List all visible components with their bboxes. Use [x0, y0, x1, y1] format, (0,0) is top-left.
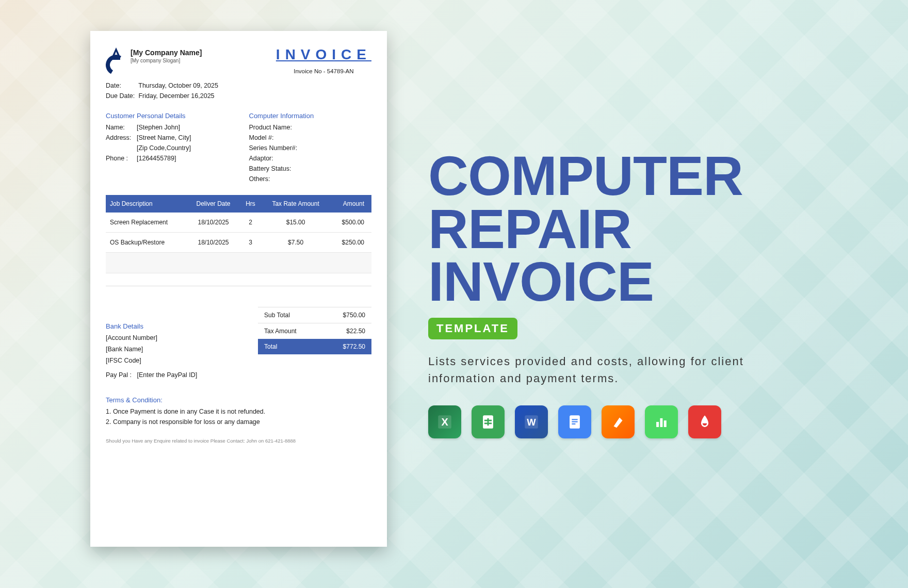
table-row: Screen Replacement 18/10/2025 2 $15.00 $… — [106, 213, 371, 233]
items-table: Job Description Deliver Date Hrs Tax Rat… — [106, 195, 371, 273]
format-icons-row: X W — [428, 405, 820, 438]
due-date-label: Due Date: — [106, 92, 137, 100]
terms-heading: Terms & Condition: — [106, 396, 371, 404]
cust-phone-label: Phone : — [106, 155, 137, 162]
cust-address-line2: [Zip Code,Country] — [137, 144, 191, 152]
table-gap-row — [106, 253, 371, 273]
bank-account: [Account Number] — [106, 334, 258, 341]
svg-rect-16 — [664, 420, 667, 427]
company-logo-icon — [106, 46, 126, 75]
table-row: OS Backup/Restore 18/10/2025 3 $7.50 $25… — [106, 233, 371, 253]
cell-desc: OS Backup/Restore — [106, 233, 187, 253]
company-slogan: [My company Slogan] — [131, 58, 202, 63]
footer-note: Should you Have any Enquire related to i… — [106, 438, 371, 444]
bank-ifsc: [IFSC Code] — [106, 357, 258, 364]
svg-rect-13 — [572, 423, 575, 424]
totals-block: Sub Total $750.00 Tax Amount $22.50 Tota… — [258, 307, 371, 383]
svg-point-0 — [106, 54, 126, 75]
comp-series-label: Series Number#: — [249, 144, 306, 152]
company-name: [My Company Name] — [131, 48, 202, 57]
date-value: Thursday, October 09, 2025 — [138, 82, 218, 89]
cell-amount: $500.00 — [330, 213, 371, 233]
svg-rect-11 — [572, 419, 577, 420]
svg-rect-7 — [488, 418, 489, 426]
comp-model-label: Model #: — [249, 134, 306, 141]
th-amount: Amount — [330, 195, 371, 213]
svg-text:W: W — [527, 417, 536, 428]
total-value: $772.50 — [343, 343, 365, 350]
cell-tax: $15.00 — [262, 213, 330, 233]
promo-panel: Computer Repair Invoice TEMPLATE Lists s… — [428, 150, 820, 438]
paypal-value: [Enter the PayPal ID] — [137, 371, 197, 379]
svg-rect-12 — [572, 421, 577, 422]
invoice-title: INVOICE — [276, 46, 371, 63]
paypal-label: Pay Pal : — [106, 371, 132, 379]
th-desc: Job Description — [106, 195, 187, 213]
cell-hrs: 3 — [239, 233, 262, 253]
excel-icon[interactable]: X — [428, 405, 461, 438]
term-item: 1. Once Payment is done in any Case it i… — [106, 408, 371, 415]
subtotal-label: Sub Total — [264, 312, 290, 319]
cust-name-value: [Stephen John] — [137, 124, 180, 131]
date-label: Date: — [106, 82, 137, 89]
cell-date: 18/10/2025 — [187, 233, 239, 253]
computer-heading: Computer Information — [249, 112, 372, 120]
comp-product-label: Product Name: — [249, 124, 306, 131]
tax-value: $22.50 — [346, 328, 365, 335]
invoice-sheet: [My Company Name] [My company Slogan] IN… — [90, 31, 387, 547]
th-tax: Tax Rate Amount — [262, 195, 330, 213]
svg-rect-15 — [660, 418, 662, 427]
due-date-value: Friday, December 16,2025 — [138, 92, 214, 100]
subtotal-value: $750.00 — [343, 312, 365, 319]
dates-block: Date: Thursday, October 09, 2025 Due Dat… — [106, 82, 371, 100]
divider — [106, 286, 371, 286]
pdf-icon[interactable] — [688, 405, 721, 438]
numbers-icon[interactable] — [645, 405, 678, 438]
customer-heading: Customer Personal Details — [106, 112, 229, 120]
bank-heading: Bank Details — [106, 322, 258, 330]
total-label: Total — [264, 343, 277, 350]
th-date: Deliver Date — [187, 195, 239, 213]
cust-address-line1: [Street Name, City] — [137, 134, 191, 141]
comp-others-label: Others: — [249, 175, 306, 183]
cust-phone-value: [1264455789] — [137, 155, 176, 162]
svg-rect-14 — [656, 422, 659, 427]
cell-hrs: 2 — [239, 213, 262, 233]
svg-text:X: X — [441, 416, 448, 428]
invoice-number: Invoice No - 54789-AN — [276, 68, 371, 74]
promo-description: Lists services provided and costs, allow… — [428, 353, 779, 387]
comp-battery-label: Battery Status: — [249, 165, 306, 172]
template-badge: TEMPLATE — [428, 318, 517, 339]
cust-address-label: Address: — [106, 134, 137, 141]
cell-date: 18/10/2025 — [187, 213, 239, 233]
th-hrs: Hrs — [239, 195, 262, 213]
google-sheets-icon[interactable] — [472, 405, 505, 438]
promo-title-line2: Repair Invoice — [428, 198, 654, 313]
svg-rect-1 — [112, 58, 120, 60]
tax-label: Tax Amount — [264, 328, 297, 335]
comp-adaptor-label: Adaptor: — [249, 155, 306, 162]
promo-title: Computer Repair Invoice — [428, 150, 820, 308]
pages-icon[interactable] — [602, 405, 635, 438]
google-docs-icon[interactable] — [558, 405, 591, 438]
word-icon[interactable]: W — [515, 405, 548, 438]
cell-amount: $250.00 — [330, 233, 371, 253]
cell-tax: $7.50 — [262, 233, 330, 253]
table-header-row: Job Description Deliver Date Hrs Tax Rat… — [106, 195, 371, 213]
term-item: 2. Company is not responsible for loss o… — [106, 418, 371, 426]
cell-desc: Screen Replacement — [106, 213, 187, 233]
bank-name: [Bank Name] — [106, 346, 258, 353]
cust-name-label: Name: — [106, 124, 137, 131]
